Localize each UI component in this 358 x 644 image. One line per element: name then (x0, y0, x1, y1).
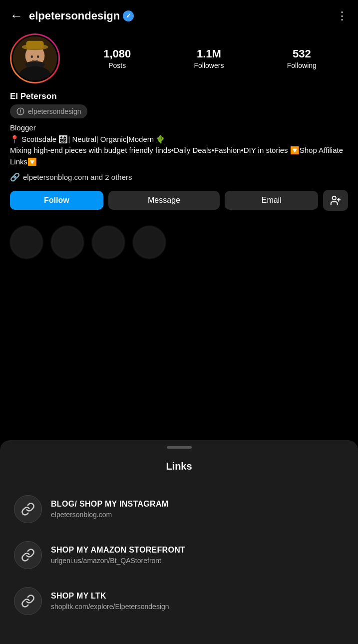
link-item-amazon[interactable]: SHOP MY AMAZON STOREFRONT urlgeni.us/ama… (0, 532, 358, 578)
highlights-row (0, 218, 358, 267)
action-buttons: Follow Message Email (10, 190, 348, 211)
threads-handle-text: elpetersondesign (28, 107, 81, 115)
svg-point-9 (37, 55, 39, 58)
highlight-circle (92, 226, 125, 259)
stat-followers[interactable]: 1.1M Followers (194, 47, 224, 69)
link-info-amazon: SHOP MY AMAZON STOREFRONT urlgeni.us/ama… (51, 546, 185, 565)
email-button[interactable]: Email (225, 191, 318, 210)
header-left: ← elpetersondesign (10, 8, 134, 23)
link-title-amazon: SHOP MY AMAZON STOREFRONT (51, 546, 185, 555)
bio-links[interactable]: 🔗 elpetersonblog.com and 2 others (10, 172, 348, 182)
stats-row: 1,080 Posts 1.1M Followers 532 Following (72, 47, 348, 69)
followers-label: Followers (194, 61, 224, 69)
link-url-blog: elpetersonblog.com (51, 511, 168, 519)
highlight-circle (51, 226, 84, 259)
more-options-button[interactable]: ⋮ (337, 9, 348, 22)
sheet-handle[interactable] (167, 446, 192, 449)
profile-name: El Peterson (10, 91, 348, 101)
link-info-blog: BLOG/ SHOP MY INSTAGRAM elpetersonblog.c… (51, 500, 168, 519)
chain-link-icon-2 (21, 548, 35, 562)
following-count: 532 (293, 47, 311, 60)
bio-line1: Blogger (10, 123, 36, 132)
svg-point-10 (333, 196, 336, 200)
stat-following[interactable]: 532 Following (287, 47, 317, 69)
link-url-ltk: shopltk.com/explore/Elpetersondesign (51, 603, 169, 611)
threads-handle[interactable]: elpetersondesign (10, 104, 87, 118)
link-info-ltk: SHOP MY LTK shopltk.com/explore/Elpeters… (51, 592, 169, 611)
profile-top: 1,080 Posts 1.1M Followers 532 Following (10, 33, 348, 83)
highlight-circle (10, 226, 43, 259)
link-icon-circle-ltk (14, 587, 42, 615)
link-item-blog[interactable]: BLOG/ SHOP MY INSTAGRAM elpetersonblog.c… (0, 486, 358, 532)
link-title-blog: BLOG/ SHOP MY INSTAGRAM (51, 500, 168, 509)
highlight-circle (133, 226, 166, 259)
header-username: elpetersondesign (29, 9, 120, 22)
highlight-item (51, 226, 84, 259)
chain-link-icon (21, 502, 35, 516)
stat-posts[interactable]: 1,080 Posts (103, 47, 131, 69)
bio-link-text: elpetersonblog.com and 2 others (23, 173, 132, 181)
avatar (11, 35, 58, 82)
link-item-ltk[interactable]: SHOP MY LTK shopltk.com/explore/Elpeters… (0, 578, 358, 624)
posts-label: Posts (108, 61, 126, 69)
header: ← elpetersondesign ⋮ (0, 0, 358, 28)
bio-line3: Mixing high-end pieces with budget frien… (10, 146, 343, 166)
sheet-title: Links (0, 461, 358, 472)
highlight-item (92, 226, 125, 259)
profile-section: 1,080 Posts 1.1M Followers 532 Following… (0, 28, 358, 218)
add-friend-button[interactable] (323, 190, 348, 211)
link-chain-icon: 🔗 (10, 172, 20, 182)
followers-count: 1.1M (197, 47, 221, 60)
follow-button[interactable]: Follow (10, 191, 103, 210)
highlight-item (10, 226, 43, 259)
svg-point-8 (31, 55, 33, 58)
link-list: BLOG/ SHOP MY INSTAGRAM elpetersonblog.c… (0, 486, 358, 624)
highlight-item (133, 226, 166, 259)
posts-count: 1,080 (103, 47, 131, 60)
message-button[interactable]: Message (108, 191, 220, 210)
link-icon-circle-amazon (14, 541, 42, 569)
verified-badge-icon (123, 10, 134, 21)
bottom-sheet: Links BLOG/ SHOP MY INSTAGRAM elpeterson… (0, 440, 358, 644)
chain-link-icon-3 (21, 594, 35, 608)
link-url-amazon: urlgeni.us/amazon/Bt_QAStorefront (51, 557, 185, 565)
link-icon-circle-blog (14, 495, 42, 523)
bio-text: Blogger 📍 Scottsdale 👨‍👩‍👧‍👦| Neutral| O… (10, 122, 348, 167)
following-label: Following (287, 61, 317, 69)
link-title-ltk: SHOP MY LTK (51, 592, 169, 601)
avatar-story-ring[interactable] (10, 33, 60, 83)
svg-rect-5 (26, 41, 43, 49)
back-button[interactable]: ← (10, 8, 23, 23)
bio-line2: 📍 Scottsdale 👨‍👩‍👧‍👦| Neutral| Organic|M… (10, 135, 165, 143)
